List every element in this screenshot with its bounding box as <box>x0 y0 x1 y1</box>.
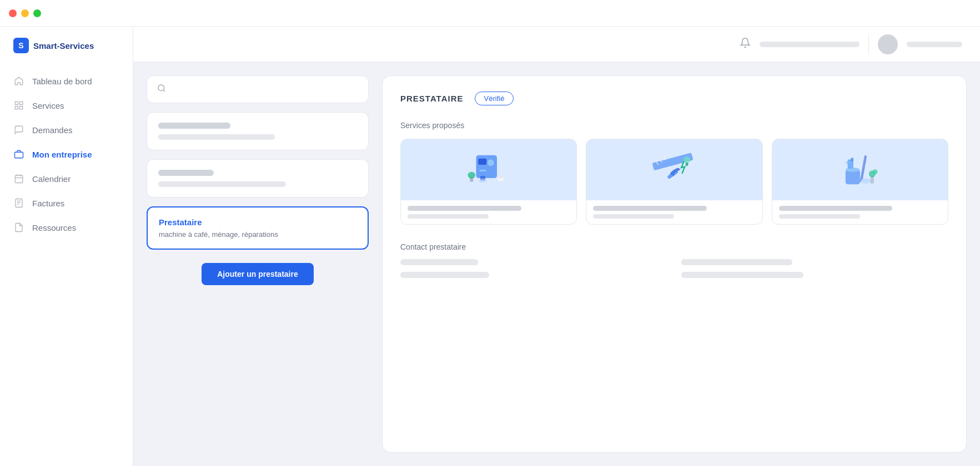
header-divider <box>868 34 869 54</box>
add-provider-button[interactable]: Ajouter un prestataire <box>202 263 313 285</box>
sidebar-item-label-calendrier: Calendrier <box>32 174 71 184</box>
search-icon <box>157 84 166 95</box>
sidebar-item-mon-entreprise[interactable]: Mon entreprise <box>0 142 133 166</box>
svg-rect-2 <box>15 107 18 109</box>
sidebar-item-label-entreprise: Mon entreprise <box>32 150 92 159</box>
briefcase-icon <box>13 149 24 160</box>
title-bar <box>0 0 980 27</box>
svg-rect-40 <box>851 158 853 161</box>
calendar-icon <box>13 173 24 184</box>
svg-point-22 <box>468 172 476 179</box>
main-area: Prestataire machine à café, ménage, répa… <box>133 27 980 466</box>
contact-grid <box>400 259 948 278</box>
service-card-img-3 <box>772 139 948 200</box>
svg-rect-1 <box>20 102 23 104</box>
sidebar-item-calendrier[interactable]: Calendrier <box>0 166 133 191</box>
selected-card-subtitle: machine à café, ménage, réparations <box>159 230 356 239</box>
contact-field-2 <box>681 259 792 265</box>
service-card-img-1 <box>401 139 576 200</box>
cleaning-illustration <box>835 145 885 195</box>
card-line-1 <box>158 170 214 176</box>
logo-text: Smart-Services <box>33 41 94 50</box>
logo: S Smart-Services <box>0 38 133 69</box>
svg-point-24 <box>498 176 504 179</box>
sidebar-item-label-factures: Factures <box>32 199 64 208</box>
card-line-1 <box>158 123 230 129</box>
card-line-2 <box>158 134 275 140</box>
verified-badge: Vérifié <box>475 92 514 105</box>
home-icon <box>13 75 24 87</box>
coffee-machine-illustration <box>464 145 514 195</box>
avatar <box>878 34 898 54</box>
maximize-button[interactable] <box>33 9 41 17</box>
sidebar: S Smart-Services Tableau de bord Service… <box>0 27 133 466</box>
svg-rect-18 <box>480 170 486 171</box>
sidebar-item-services[interactable]: Services <box>0 93 133 118</box>
sidebar-item-label-ressources: Ressources <box>32 223 76 232</box>
left-panel: Prestataire machine à café, ménage, répa… <box>147 75 369 453</box>
provider-label: PRESTATAIRE <box>400 94 464 103</box>
service-card-lines-2 <box>586 200 762 224</box>
sidebar-item-label-tableau: Tableau de bord <box>32 77 92 86</box>
service-card-lines-3 <box>772 200 948 224</box>
services-section-title: Services proposés <box>400 121 948 130</box>
document-icon <box>13 222 24 233</box>
contact-section: Contact prestataire <box>400 242 948 278</box>
svg-rect-34 <box>860 155 867 183</box>
invoice-icon <box>13 197 24 209</box>
right-panel: PRESTATAIRE Vérifié Services proposés <box>382 75 967 453</box>
svg-point-13 <box>158 85 164 91</box>
svg-point-30 <box>684 156 690 163</box>
svg-point-38 <box>872 169 877 174</box>
service-card-1[interactable] <box>400 139 577 225</box>
svg-rect-4 <box>15 152 23 158</box>
svg-rect-32 <box>846 170 860 184</box>
chat-icon <box>13 124 24 135</box>
svg-rect-41 <box>846 162 848 164</box>
contact-section-title: Contact prestataire <box>400 242 948 251</box>
selected-provider-card[interactable]: Prestataire machine à café, ménage, répa… <box>147 206 369 250</box>
bell-icon[interactable] <box>740 37 751 51</box>
service-card-3[interactable] <box>772 139 948 225</box>
sidebar-item-label-services: Services <box>32 101 64 110</box>
sidebar-item-factures[interactable]: Factures <box>0 191 133 215</box>
logo-icon: S <box>13 38 29 53</box>
sidebar-item-tableau-de-bord[interactable]: Tableau de bord <box>0 69 133 93</box>
services-grid <box>400 139 948 225</box>
sidebar-item-demandes[interactable]: Demandes <box>0 118 133 142</box>
close-button[interactable] <box>9 9 17 17</box>
content-area: Prestataire machine à café, ménage, répa… <box>133 62 980 466</box>
header-username <box>907 42 962 47</box>
header <box>133 27 980 62</box>
contact-field-1 <box>400 259 478 265</box>
search-box[interactable] <box>147 75 369 103</box>
svg-line-14 <box>163 90 165 92</box>
svg-rect-3 <box>20 107 23 109</box>
svg-rect-9 <box>16 199 22 207</box>
svg-rect-0 <box>15 102 18 104</box>
provider-header: PRESTATAIRE Vérifié <box>400 92 948 105</box>
service-card-lines-1 <box>401 200 576 224</box>
header-search-bar <box>760 42 860 47</box>
svg-rect-31 <box>686 163 688 166</box>
sidebar-item-ressources[interactable]: Ressources <box>0 215 133 240</box>
svg-point-17 <box>488 159 494 166</box>
contact-field-3 <box>400 272 489 278</box>
card-line-2 <box>158 181 286 187</box>
search-input[interactable] <box>172 86 358 93</box>
tools-illustration <box>646 145 702 195</box>
service-card-img-2 <box>586 139 762 200</box>
svg-rect-16 <box>478 159 486 165</box>
svg-point-33 <box>846 168 860 172</box>
provider-list-card-1[interactable] <box>147 112 369 150</box>
provider-list-card-2[interactable] <box>147 159 369 197</box>
contact-field-4 <box>681 272 803 278</box>
minimize-button[interactable] <box>21 9 29 17</box>
service-card-2[interactable] <box>586 139 762 225</box>
selected-card-title: Prestataire <box>159 217 356 227</box>
sidebar-item-label-demandes: Demandes <box>32 125 73 135</box>
svg-rect-5 <box>15 175 23 183</box>
svg-point-35 <box>861 179 871 184</box>
svg-point-20 <box>479 179 487 183</box>
grid-icon <box>13 100 24 111</box>
